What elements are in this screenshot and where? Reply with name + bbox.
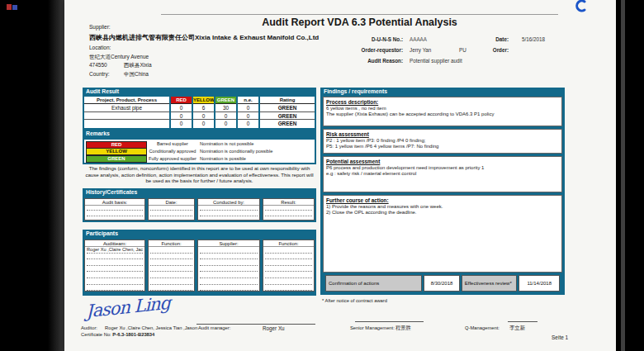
findings-container: Process description: 6 yellow items , no… (320, 95, 565, 295)
column-yellow: YELLOW 6 0 0 (193, 97, 214, 128)
location-label: Location: (89, 45, 111, 50)
column-header: Date: (149, 199, 194, 206)
rating-cell: GREEN (260, 104, 315, 112)
table-cell: 0 (193, 112, 214, 121)
history-date-box: Date: (148, 198, 195, 221)
supplier-label: Supplier: (89, 24, 111, 30)
corner-speck-icon (7, 4, 12, 10)
participants-supplier-box: Supplier: (197, 240, 260, 292)
column-header: Supplier: (198, 240, 259, 247)
duns-value: AAAAA (410, 36, 427, 42)
page-number: Seite 1 (552, 334, 568, 340)
confirmation-date: 8/30/2018 (424, 275, 460, 292)
process-description-box: Process description: 6 yellow items , no… (323, 97, 562, 126)
table-cell: 30 (215, 104, 236, 112)
box-heading: Further course of action: (324, 196, 561, 204)
history-result-box: Result: (263, 198, 315, 221)
rating-cell: GREEN (260, 112, 315, 121)
column-header: Function: (149, 240, 194, 247)
q-management-name: 李立新 (509, 325, 525, 332)
section-history: History/Certificates (83, 188, 316, 197)
participants-function2-box: Function: (263, 240, 315, 292)
signature-line (355, 321, 424, 322)
column-header: Conducted by: (198, 199, 259, 206)
q-management-label: Q-Management: (465, 325, 500, 330)
column-red: RED 0 0 0 (171, 97, 192, 128)
country-label: Country: (89, 71, 110, 77)
findings-usage-note: The findings (conform, nonconform) ident… (83, 165, 316, 184)
certificate-number: P-6.3-1801-B23834 (112, 332, 154, 337)
screen-background: Audit Report VDA 6.3 Potential Analysis … (0, 0, 644, 351)
column-header: Function: (263, 240, 314, 247)
box-line: P2 : 1 yellow item /P3: 0 finding /P4 0 … (324, 138, 561, 144)
box-line: 1) Provide the reasons and measures with… (324, 204, 561, 210)
table-row: GREEN Fully approved supplier Nomination… (85, 155, 314, 163)
confirmation-row: Confirmation of actions 8/30/2018 Effect… (323, 275, 562, 292)
date-value: 5/16/2018 (522, 36, 545, 42)
table-cell: Exhaust pipe (84, 104, 169, 112)
box-line: The supplier (Xixia Exhaust) can be acce… (324, 111, 561, 117)
level-badge-green: GREEN (86, 155, 147, 163)
effectiveness-review-date: 11/14/2018 (519, 275, 560, 292)
table-row: RED Barred supplier Nomination is not po… (85, 140, 314, 148)
column-green: GREEN 30 0 0 (215, 97, 236, 128)
potential-assessment-box: Potential assessment P6 process and prod… (323, 156, 562, 192)
confirmation-label: Confirmation of actions (325, 275, 422, 292)
scan-left-shadow (48, 0, 64, 351)
audit-manager-label: Audit manager: (198, 325, 230, 330)
country-value: 中国China (124, 71, 149, 78)
audit-reason-label: Audit Reason: (332, 58, 403, 64)
box-line: 6 yellow items , no red item (324, 106, 561, 111)
logo-mark-icon (573, 0, 588, 12)
history-conducted-box: Conducted by: (197, 198, 260, 221)
column-ne: n.e. 0 0 0 (238, 97, 258, 128)
table-cell: 0 (171, 120, 192, 128)
contract-award-footnote: * After notice of contract award (322, 298, 387, 303)
description-text: Nomination is possible (197, 155, 314, 164)
senior-management-label: Senior Management: (350, 325, 395, 330)
city: 西峡县Xixia (124, 62, 152, 69)
participants-auditteam-box: Auditteam: Roger Xu ,Claire Chen, Jacob (84, 240, 145, 292)
audit-result-table: Project, Product, Process Exhaust pipe R… (83, 95, 316, 130)
order-requestor-value: Jerry Yan (410, 47, 431, 53)
column-header: Project, Product, Process (84, 97, 169, 104)
supplier-name: 西峡县内燃机进排气管有限责任公司Xixia Intake & Exhaust M… (89, 33, 319, 42)
column-header: Auditteam: (85, 240, 144, 247)
table-cell: 0 (238, 112, 258, 121)
postal-code: 474550 (89, 62, 107, 68)
column-header: Result: (263, 199, 314, 206)
document-page: Audit Report VDA 6.3 Potential Analysis … (64, 0, 616, 351)
audit-manager-name: Roger Xu (263, 325, 285, 331)
status-text: Fully approved supplier (148, 155, 197, 164)
auditor-names: Roger Xu ,Claire Chen, Jessica Tian ,Jas… (105, 325, 197, 330)
remarks-table: RED Barred supplier Nomination is not po… (83, 138, 316, 164)
column-header: n.e. (238, 97, 258, 104)
table-cell: 0 (193, 120, 214, 128)
certificate-row: Certificate No: P-6.3-1801-B23834 (81, 332, 154, 337)
further-action-box: Further course of action: 1) Provide the… (323, 195, 562, 273)
table-cell (84, 120, 169, 128)
box-line: P6 process and production development ne… (324, 165, 561, 171)
history-audit-basis-box: Audit basis: (84, 198, 145, 221)
handwritten-signature: Jason Ling (86, 293, 170, 322)
date-label: Date: (438, 36, 509, 42)
order-label: Order: (438, 47, 509, 53)
senior-management-name: 程景胜 (395, 325, 411, 332)
history-table: Audit basis: Date: Conducted by: Result: (83, 197, 316, 222)
page-title: Audit Report VDA 6.3 Potential Analysis (161, 17, 558, 28)
signature-line (508, 321, 537, 322)
table-cell: 0 (238, 104, 258, 112)
box-heading: Potential assessment (324, 157, 561, 165)
signature-line (197, 324, 315, 325)
order-requestor-label: Order-requestor: (332, 47, 403, 53)
column-header-green: GREEN (215, 97, 236, 104)
risk-assessment-box: Risk assessment P2 : 1 yellow item /P3: … (323, 129, 562, 154)
auditor-label: Auditor: (81, 325, 97, 330)
column-header: Rating (260, 97, 315, 104)
column-header-red: RED (171, 97, 192, 104)
section-remarks: Remarks (83, 130, 316, 138)
audit-reason-value: Potential supplier audit (410, 58, 462, 64)
box-heading: Process description: (324, 97, 561, 106)
address-line: 世纪大道Century Avenue (89, 54, 149, 61)
scan-right-shadow (621, 0, 625, 351)
